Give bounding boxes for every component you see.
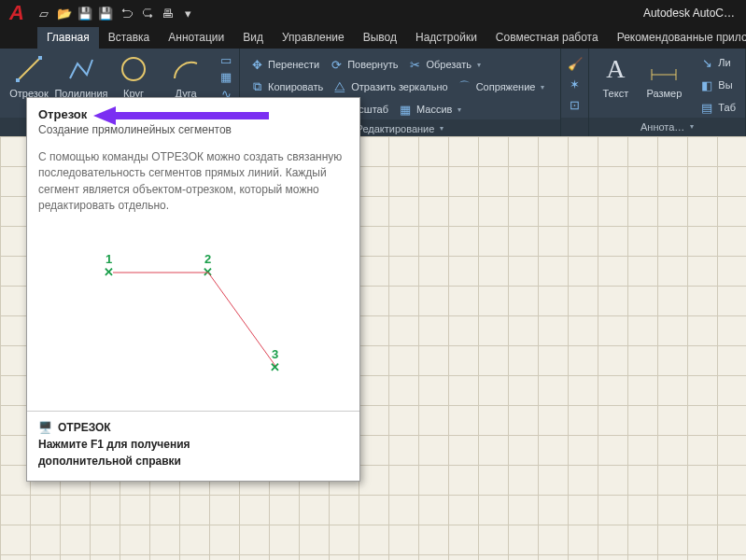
dimension-icon [647,52,681,86]
hatch-icon[interactable]: ▦ [218,69,233,84]
draw-small-buttons: ▭ ▦ ∿ [218,52,233,101]
array-label: Массив [416,104,452,115]
svg-text:3: 3 [272,347,278,361]
tab-recommended[interactable]: Рекомендованные прилож… [608,27,746,49]
circle-button[interactable]: Круг [110,52,157,99]
tooltip-f1-line2: дополнительной справки [38,455,348,468]
leader-label: Ли [718,57,730,68]
trim-button[interactable]: ✂Обрезать▾ [403,54,485,75]
command-icon: 🖥️ [38,421,52,434]
tab-collab[interactable]: Совместная работа [486,27,608,49]
tooltip-body: С помощью команды ОТРЕЗОК можно создать … [27,144,359,224]
array-button[interactable]: ▦Массив▾ [394,99,465,119]
arc-icon [169,52,203,86]
svg-point-3 [122,58,145,80]
panel-misc-title [561,118,588,136]
tooltip-footer: 🖥️ ОТРЕЗОК Нажмите F1 для получения допо… [27,411,359,481]
svg-text:✕: ✕ [270,360,280,374]
chevron-down-icon: ▾ [457,105,461,114]
move-button[interactable]: ✥Перенести [246,54,323,75]
print-icon[interactable]: 🖶 [159,5,176,21]
panel-misc: 🧹 ✶ ⊡ [561,49,589,136]
svg-line-14 [208,273,275,366]
chevron-down-icon: ▾ [690,118,694,136]
chevron-down-icon: ▾ [477,61,481,69]
new-icon[interactable]: ▱ [35,5,52,21]
tooltip-title: Отрезок [27,98,359,123]
chevron-down-icon: ▾ [541,83,544,91]
rect-icon[interactable]: ▭ [218,52,233,67]
qat-icons: ▱ 📂 💾 💾 ⮌ ⮎ 🖶 ▾ [35,5,196,21]
tooltip-diagram: 1 ✕ 2 ✕ 3 ✕ [38,228,348,405]
panel-annotation-title-label: Аннота… [640,118,684,136]
line-button[interactable]: Отрезок [6,52,52,99]
text-label: Текст [602,88,628,99]
dimension-button[interactable]: Размер [641,52,686,99]
redo-icon[interactable]: ⮎ [138,5,155,21]
open-icon[interactable]: 📂 [56,5,73,21]
fillet-icon: ⌒ [457,79,472,94]
tooltip-command: 🖥️ ОТРЕЗОК [38,421,348,434]
fillet-button[interactable]: ⌒Сопряжение▾ [454,77,549,97]
rotate-icon: ⟳ [329,57,344,72]
trim-label: Обрезать [426,59,472,70]
leader-button[interactable]: ↘Ли [696,52,739,73]
text-icon: A [598,52,632,86]
more-icon[interactable]: ▾ [179,5,196,21]
panel-modify-title-label: Редактирование [357,119,435,138]
mirror-icon: ⧋ [332,79,347,94]
app-logo: A [6,2,28,24]
move-label: Перенести [268,59,319,70]
tab-home[interactable]: Главная [37,27,99,49]
quick-access-toolbar: A ▱ 📂 💾 💾 ⮌ ⮎ 🖶 ▾ Autodesk AutoC… [0,0,746,26]
offset-icon[interactable]: ⊡ [568,97,583,112]
rotate-label: Повернуть [347,59,398,70]
ribbon-tabs: Главная Вставка Аннотации Вид Управление… [0,26,746,49]
tab-annotate[interactable]: Аннотации [159,27,233,49]
polyline-button[interactable]: Полилиния [58,52,105,99]
copy-button[interactable]: ⧉Копировать [246,77,327,97]
text-button[interactable]: A Текст [595,52,636,99]
circle-icon [117,52,150,86]
tab-addins[interactable]: Надстройки [406,27,486,49]
rotate-button[interactable]: ⟳Повернуть [325,54,401,75]
explode-icon[interactable]: ✶ [568,77,583,91]
svg-line-0 [18,58,40,80]
dimension-label: Размер [646,88,682,99]
saveas-icon[interactable]: 💾 [97,5,114,21]
leader-icon: ↘ [699,55,714,70]
tooltip-command-label: ОТРЕЗОК [58,421,111,434]
svg-rect-2 [38,56,42,60]
tab-insert[interactable]: Вставка [99,27,160,49]
svg-text:1: 1 [106,252,112,266]
move-icon: ✥ [249,57,264,72]
callout-icon: ◧ [699,77,714,92]
panel-annotation: A Текст Размер ↘Ли ◧Вы ▤Таб Аннота…▾ [589,49,746,136]
svg-text:2: 2 [204,252,211,266]
callout-button[interactable]: ◧Вы [696,75,739,95]
panel-annotation-title[interactable]: Аннота…▾ [589,118,745,136]
trim-icon: ✂ [407,57,422,72]
tab-manage[interactable]: Управление [273,27,354,49]
save-icon[interactable]: 💾 [77,5,93,21]
app-title: Autodesk AutoC… [643,7,740,20]
mirror-button[interactable]: ⧋Отразить зеркально [329,77,451,97]
table-button[interactable]: ▤Таб [696,97,739,118]
mirror-label: Отразить зеркально [351,81,447,92]
tab-output[interactable]: Вывод [354,27,406,49]
tooltip-f1-line1: Нажмите F1 для получения [38,438,348,451]
table-label: Таб [718,102,736,113]
erase-icon[interactable]: 🧹 [568,56,583,71]
tab-view[interactable]: Вид [233,27,273,49]
svg-rect-1 [16,78,20,82]
polyline-icon [64,52,98,86]
table-icon: ▤ [699,100,714,115]
undo-icon[interactable]: ⮌ [118,5,134,21]
copy-label: Копировать [268,81,323,92]
callout-label: Вы [718,79,732,91]
annot-small-buttons: ↘Ли ◧Вы ▤Таб [696,52,739,118]
copy-icon: ⧉ [249,79,264,94]
tooltip-subtitle: Создание прямолинейных сегментов [27,123,359,144]
arc-button[interactable]: Дуга [162,52,209,99]
tooltip-line: Отрезок Создание прямолинейных сегментов… [26,97,360,482]
